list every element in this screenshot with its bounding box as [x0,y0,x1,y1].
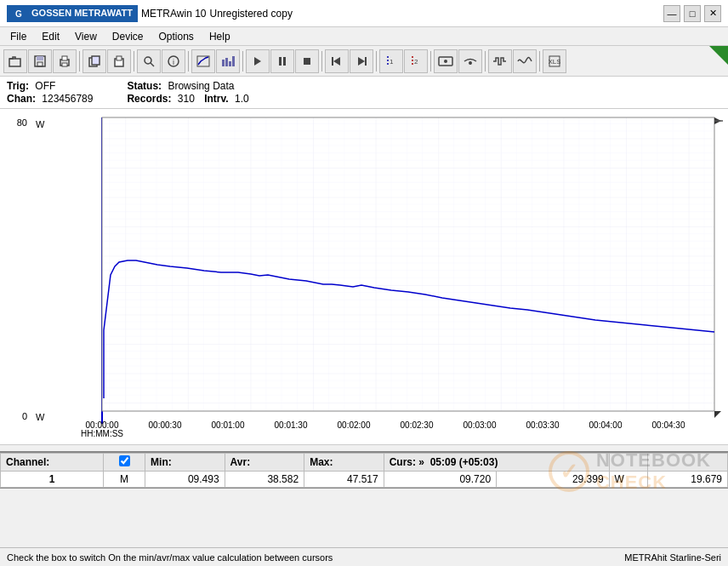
tb-connect[interactable] [458,49,482,73]
status-value: Browsing Data [168,80,234,92]
tb-device[interactable] [434,49,458,73]
col-avr: Avr: [225,454,304,472]
svg-rect-19 [225,58,228,66]
svg-text:G: G [15,9,22,19]
svg-rect-2 [9,59,20,66]
toolbar-sep-3 [188,51,189,71]
tb-skip-back[interactable] [325,49,349,73]
svg-text:00:04:30: 00:04:30 [652,420,685,430]
data-row-1: 1 M 09.493 38.582 47.517 09.720 29.399 W… [1,472,728,488]
svg-text:2: 2 [414,58,418,66]
toolbar: i 1 2 [0,46,728,77]
menu-view[interactable]: View [68,30,104,43]
tb-save[interactable] [28,49,52,73]
col-empty1 [609,454,648,472]
menu-help[interactable]: Help [202,30,237,43]
cell-max: 47.517 [304,472,384,488]
tb-bar-chart[interactable] [216,49,240,73]
tb-export[interactable]: XLS [543,49,566,73]
tb-paste[interactable] [107,49,131,73]
cell-curs3: 19.679 [648,472,728,488]
titlebar: G GOSSEN METRAWATT METRAwin 10 Unregiste… [0,0,728,27]
tb-zoom[interactable] [137,49,161,73]
toolbar-sep-1 [79,51,80,71]
cell-avr: 38.582 [225,472,304,488]
svg-point-35 [444,60,447,63]
tb-chart[interactable] [191,49,215,73]
svg-text:00:01:30: 00:01:30 [275,420,308,430]
statusbar-message: Check the box to switch On the min/avr/m… [7,552,333,563]
svg-rect-27 [332,57,333,66]
intrv-value: 1.0 [235,93,249,105]
tb-spectrum[interactable] [513,49,537,73]
svg-text:i: i [173,58,174,66]
tb-info[interactable]: i [162,49,185,73]
chart-area[interactable]: 80 W 0 W [0,109,728,445]
svg-rect-20 [229,61,231,66]
svg-line-14 [151,63,154,66]
infobar: Trig: OFF Chan: 123456789 Status: Browsi… [0,77,728,109]
menu-edit[interactable]: Edit [35,30,66,43]
records-value: 310 [178,93,195,105]
svg-text:HH:MM:SS: HH:MM:SS [81,429,123,438]
col-curs: Curs: » 05:09 (+05:03) [384,454,609,472]
svg-rect-8 [62,63,67,66]
tb-cursor1[interactable]: 1 [379,49,403,73]
tb-print[interactable] [53,49,77,73]
tb-skip-fwd[interactable] [350,49,373,73]
svg-rect-21 [232,56,235,66]
statusbar: Check the box to switch On the min/avr/m… [0,547,728,566]
svg-rect-18 [222,60,225,66]
data-table: Channel: Min: Avr: Max: Curs: » 05:09 (+… [0,453,728,488]
tb-open[interactable] [3,49,27,73]
intrv-label: Intrv. [204,93,228,105]
datatable-container: Channel: Min: Avr: Max: Curs: » 05:09 (+… [0,451,728,489]
minmax-checkbox[interactable] [119,455,130,466]
tb-cursor2[interactable]: 2 [404,49,428,73]
status-label: Status: [127,80,162,92]
svg-text:W: W [36,119,45,129]
menu-file[interactable]: File [3,30,33,43]
svg-text:00:00:30: 00:00:30 [149,420,182,430]
svg-text:00:02:00: 00:02:00 [338,420,371,430]
svg-rect-24 [283,57,286,66]
cell-min: 09.493 [145,472,225,488]
menu-options[interactable]: Options [152,30,201,43]
svg-rect-29 [365,57,367,66]
svg-rect-12 [117,56,122,60]
toolbar-sep-2 [134,51,134,71]
chart-svg: 80 W 0 W [0,109,728,445]
maximize-button[interactable]: □ [684,5,701,22]
tb-play[interactable] [246,49,270,73]
toolbar-sep-4 [242,51,243,71]
svg-text:00:03:30: 00:03:30 [526,420,560,430]
svg-text:0: 0 [22,411,27,421]
logo-brand: G GOSSEN METRAWATT [7,5,138,22]
toolbar-sep-9 [539,51,540,71]
close-button[interactable]: ✕ [704,5,721,22]
app-title: METRAwin 10 [141,8,206,20]
trig-label: Trig: [7,80,29,92]
statusbar-device: METRAhit Starline-Seri [624,552,721,563]
svg-text:00:03:00: 00:03:00 [464,420,497,430]
tb-pause[interactable] [270,49,294,73]
cell-channel: 1 [1,472,104,488]
toolbar-sep-5 [321,51,322,71]
trig-value: OFF [35,80,55,92]
col-empty2 [648,454,728,472]
svg-marker-26 [333,57,340,66]
tb-stop[interactable] [295,49,319,73]
svg-rect-23 [279,57,282,66]
chan-label: Chan: [7,93,36,105]
svg-point-13 [145,57,151,64]
tb-copy[interactable] [82,49,106,73]
minimize-button[interactable]: — [663,5,680,22]
svg-rect-10 [92,56,100,65]
tb-waveform[interactable] [488,49,512,73]
cell-flag: M [104,472,145,488]
menu-device[interactable]: Device [105,30,151,43]
cell-curs2: 29.399 [497,472,609,488]
col-checkbox[interactable] [104,454,145,472]
svg-text:XLS: XLS [549,58,560,66]
svg-text:00:02:30: 00:02:30 [401,420,434,430]
